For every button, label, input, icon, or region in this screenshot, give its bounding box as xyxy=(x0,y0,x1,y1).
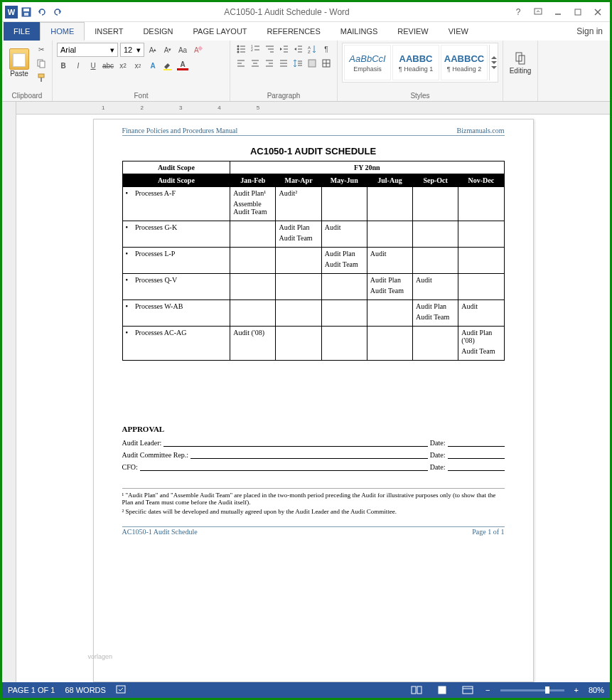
maximize-icon[interactable] xyxy=(569,5,587,19)
tab-review[interactable]: REVIEW xyxy=(387,22,438,41)
watermark: vorlagen xyxy=(88,653,113,660)
doc-title: AC1050-1 AUDIT SCHEDULE xyxy=(122,146,505,157)
doc-footer: AC1050-1 Audit Schedule Page 1 of 1 xyxy=(122,526,505,536)
superscript-button[interactable]: x2 xyxy=(131,59,144,72)
font-name-select[interactable]: Arial▾ xyxy=(57,43,118,57)
table-row: Processes W-ABAudit PlanAudit TeamAudit xyxy=(122,300,504,327)
text-effects-icon[interactable]: A xyxy=(146,59,159,72)
zoom-out-button[interactable]: − xyxy=(485,686,490,694)
styles-gallery[interactable]: AaBbCcI Emphasis AABBC ¶ Heading 1 AABBC… xyxy=(342,43,498,83)
highlight-icon[interactable] xyxy=(161,59,174,72)
read-mode-icon[interactable] xyxy=(409,684,424,696)
increase-indent-icon[interactable] xyxy=(291,43,304,55)
signature-row: CFO:Date: xyxy=(122,463,505,471)
zoom-level[interactable]: 80% xyxy=(589,686,604,694)
align-center-icon[interactable] xyxy=(249,57,262,70)
tab-view[interactable]: VIEW xyxy=(439,22,478,41)
shrink-font-icon[interactable]: A▾ xyxy=(161,43,174,56)
svg-rect-61 xyxy=(463,686,473,694)
ribbon-options-icon[interactable] xyxy=(529,5,547,19)
word-count[interactable]: 68 WORDS xyxy=(65,686,105,694)
shading-icon[interactable] xyxy=(306,57,318,70)
multilevel-icon[interactable] xyxy=(263,43,276,55)
svg-rect-60 xyxy=(439,686,446,694)
table-row: Processes AC-AGAudit ('08)Audit Plan ('0… xyxy=(122,327,504,361)
statusbar: PAGE 1 OF 1 68 WORDS − + 80% xyxy=(2,682,610,698)
audit-schedule-table: Audit ScopeFY 20nn Audit ScopeJan-FebMar… xyxy=(122,161,505,361)
tab-home[interactable]: HOME xyxy=(40,22,85,41)
style-heading1[interactable]: AABBC ¶ Heading 1 xyxy=(392,45,439,80)
signature-row: Audit Leader:Date: xyxy=(122,439,505,447)
page-indicator[interactable]: PAGE 1 OF 1 xyxy=(8,686,55,694)
tab-design[interactable]: DESIGN xyxy=(133,22,183,41)
group-styles: AaBbCcI Emphasis AABBC ¶ Heading 1 AABBC… xyxy=(338,41,503,101)
svg-rect-11 xyxy=(41,78,42,82)
table-row: Processes A-FAudit Plan¹Assemble Audit T… xyxy=(122,187,504,221)
copy-icon[interactable] xyxy=(35,57,48,70)
italic-button[interactable]: I xyxy=(72,59,85,72)
vertical-ruler[interactable] xyxy=(2,102,16,682)
document-page[interactable]: Finance Policies and Procedures Manual B… xyxy=(93,119,534,682)
paste-label: Paste xyxy=(10,70,28,78)
bold-button[interactable]: B xyxy=(57,59,70,72)
table-row: Processes G-KAudit PlanAudit TeamAudit xyxy=(122,221,504,248)
justify-icon[interactable] xyxy=(277,57,290,70)
sort-icon[interactable]: AZ xyxy=(306,43,318,55)
svg-point-17 xyxy=(237,48,240,51)
tab-mailings[interactable]: MAILINGS xyxy=(331,22,388,41)
borders-icon[interactable] xyxy=(320,57,333,70)
style-emphasis[interactable]: AaBbCcI Emphasis xyxy=(344,45,391,80)
svg-rect-2 xyxy=(24,13,28,16)
bullets-icon[interactable] xyxy=(235,43,247,55)
svg-rect-3 xyxy=(535,9,542,14)
align-left-icon[interactable] xyxy=(235,57,247,70)
redo-icon[interactable] xyxy=(50,5,65,19)
horizontal-ruler[interactable]: 12345 xyxy=(16,102,610,115)
minimize-icon[interactable] xyxy=(549,5,567,19)
underline-button[interactable]: U xyxy=(87,59,100,72)
paragraph-label: Paragraph xyxy=(235,91,333,100)
editing-button[interactable]: Editing xyxy=(508,43,533,83)
show-marks-icon[interactable]: ¶ xyxy=(320,43,333,55)
tab-references[interactable]: REFERENCES xyxy=(257,22,331,41)
signin-link[interactable]: Sign in xyxy=(569,26,610,36)
zoom-in-button[interactable]: + xyxy=(574,686,579,694)
zoom-slider[interactable] xyxy=(500,689,564,691)
help-icon[interactable]: ? xyxy=(509,5,527,19)
titlebar: W AC1050-1 Audit Schedule - Word ? xyxy=(2,2,610,22)
proofing-icon[interactable] xyxy=(116,684,127,696)
numbering-icon[interactable]: 12 xyxy=(249,43,262,55)
group-paragraph: 12 AZ ¶ Paragraph xyxy=(230,41,338,101)
format-painter-icon[interactable] xyxy=(35,71,48,84)
tab-insert[interactable]: INSERT xyxy=(85,22,133,41)
svg-rect-51 xyxy=(308,60,316,67)
table-row: Processes L-PAudit PlanAudit TeamAudit xyxy=(122,248,504,274)
web-layout-icon[interactable] xyxy=(460,684,476,696)
clipboard-label: Clipboard xyxy=(6,91,48,100)
style-heading2[interactable]: AABBCC ¶ Heading 2 xyxy=(441,45,488,80)
grow-font-icon[interactable]: A▴ xyxy=(146,43,159,56)
find-icon xyxy=(513,51,527,67)
tab-page-layout[interactable]: PAGE LAYOUT xyxy=(183,22,257,41)
cut-icon[interactable]: ✂ xyxy=(35,43,48,55)
align-right-icon[interactable] xyxy=(263,57,276,70)
decrease-indent-icon[interactable] xyxy=(277,43,290,55)
svg-rect-10 xyxy=(38,74,44,78)
svg-text:Z: Z xyxy=(308,50,311,54)
change-case-icon[interactable]: Aa xyxy=(176,43,189,56)
save-icon[interactable] xyxy=(19,5,33,19)
clear-formatting-icon[interactable]: A xyxy=(191,43,204,56)
font-size-select[interactable]: 12▾ xyxy=(120,43,144,57)
print-layout-icon[interactable] xyxy=(434,684,450,696)
tab-file[interactable]: FILE xyxy=(4,22,40,41)
line-spacing-icon[interactable] xyxy=(291,57,304,70)
close-icon[interactable] xyxy=(589,5,607,19)
subscript-button[interactable]: x2 xyxy=(117,59,129,72)
ribbon-tabs: FILE HOME INSERT DESIGN PAGE LAYOUT REFE… xyxy=(2,22,610,41)
strikethrough-button[interactable]: abc xyxy=(102,59,114,72)
paste-button[interactable]: Paste xyxy=(6,43,32,83)
styles-expand-icon[interactable] xyxy=(489,45,496,80)
undo-icon[interactable] xyxy=(35,5,49,19)
font-color-icon[interactable]: A xyxy=(176,59,189,72)
paste-icon xyxy=(9,48,29,70)
